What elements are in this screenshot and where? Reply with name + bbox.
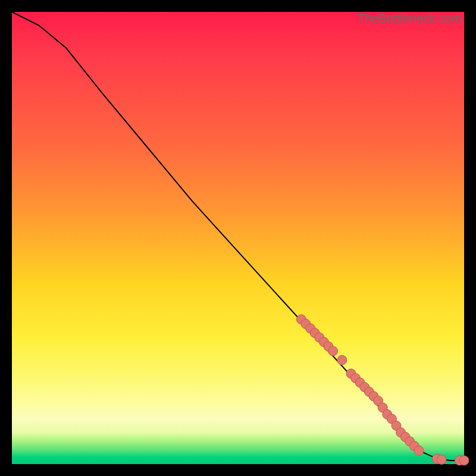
data-point xyxy=(459,456,469,465)
chart-stage: TheBottleneck.com xyxy=(0,0,476,476)
data-point xyxy=(328,346,338,356)
data-point xyxy=(437,455,446,464)
data-point xyxy=(414,446,424,455)
data-point xyxy=(337,355,347,365)
chart-overlay xyxy=(12,12,464,464)
bottleneck-curve xyxy=(12,12,464,461)
plot-area: TheBottleneck.com xyxy=(12,12,464,464)
scatter-markers xyxy=(296,315,469,465)
